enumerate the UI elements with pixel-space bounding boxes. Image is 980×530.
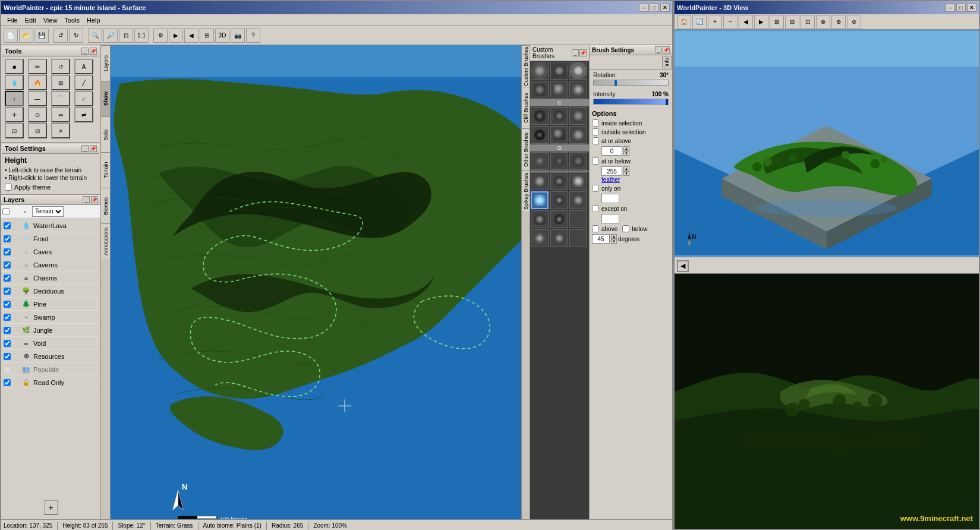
map-area[interactable]: N 100 blocks [111,45,521,519]
brush-8-3[interactable] [569,210,587,228]
brush-settings-minimize-btn[interactable]: _ [655,46,662,53]
deciduous-checkbox[interactable] [4,288,11,295]
toolbar-zoom-in[interactable]: 🔍 [88,29,102,43]
brush-3-1[interactable] [531,107,549,125]
tool-settings-minimize-btn[interactable]: _ [81,145,89,152]
toolbar-import[interactable]: ◀ [184,29,198,43]
brushes-minimize-btn[interactable]: _ [572,49,579,56]
brush-4-1[interactable] [531,126,549,144]
only-on-input[interactable] [601,194,619,203]
brush-9-3[interactable] [569,229,587,247]
at-or-below-input[interactable] [601,166,622,176]
view3d-btn-6[interactable]: ▶ [754,15,768,29]
brush-5-1[interactable] [531,152,549,170]
view3d-btn-9[interactable]: ⊡ [801,15,815,29]
frost-checkbox[interactable] [4,235,11,242]
tool-sel-copy[interactable]: ⊟ [28,123,47,138]
brush-2-1[interactable] [531,81,549,99]
brush-2-2[interactable] [550,81,568,99]
brush-5-2[interactable] [550,152,568,170]
view3d-btn-7[interactable]: ⊞ [770,15,784,29]
caves-checkbox[interactable] [4,248,11,255]
brush-1-3[interactable] [569,62,587,80]
tools-pin-btn[interactable]: 📌 [90,48,97,55]
void-checkbox[interactable] [4,340,11,347]
toolbar-merge[interactable]: ⊞ [200,29,214,43]
toolbar-redo[interactable]: ↻ [69,29,83,43]
tool-line[interactable]: ╱ [74,75,93,90]
jungle-checkbox[interactable] [4,327,11,334]
tool-raise-lower[interactable]: ↕ [5,91,24,106]
toolbar-fit[interactable]: ⊡ [119,29,133,43]
at-or-below-up[interactable]: ▲ [623,166,629,171]
resources-checkbox[interactable] [4,353,11,360]
brush-4-2[interactable] [550,126,568,144]
brush-1-2[interactable] [550,62,568,80]
feather-link[interactable]: feather [601,176,620,183]
at-or-above-down[interactable]: ▼ [623,151,629,156]
tool-mirror[interactable]: ⇌ [74,107,93,122]
tool-flat[interactable]: — [28,91,47,106]
below-checkbox[interactable] [622,225,629,232]
tool-magic-sel[interactable]: ✳ [51,123,70,138]
tool-settings-pin-btn[interactable]: 📌 [90,145,97,152]
brush-6-2[interactable] [550,172,568,190]
brush-6-1[interactable] [531,172,549,190]
at-or-above-checkbox[interactable] [592,137,599,144]
close-button[interactable]: ✕ [660,4,670,12]
outside-selection-checkbox[interactable] [592,128,599,135]
toolbar-new[interactable]: 📄 [4,29,18,43]
rotation-slider[interactable] [593,80,669,86]
tool-move[interactable]: ✛ [5,107,24,122]
water-lava-checkbox[interactable] [4,222,11,229]
brush-9-2[interactable] [550,229,568,247]
other-brushes-tab[interactable]: Other Brushes [522,128,530,170]
except-on-input[interactable] [601,214,619,223]
except-on-checkbox[interactable] [592,205,599,212]
brush-9-1[interactable] [531,229,549,247]
at-or-above-input[interactable] [601,146,622,156]
brush-6-3[interactable] [569,172,587,190]
cliff-brushes-tab[interactable]: Cliff Brushes [522,87,530,128]
layers-pin-btn[interactable]: 📌 [91,196,98,203]
toolbar-export[interactable]: ▶ [169,29,183,43]
toolbar-help[interactable]: ? [246,29,260,43]
degrees-up[interactable]: ▲ [611,234,617,239]
terrain-type-checkbox[interactable] [2,208,10,215]
view3d-btn-1[interactable]: 🏠 [677,15,691,29]
tab-show[interactable]: Show [101,81,110,116]
custom-brushes-tab[interactable]: Custom Brushes [522,45,530,87]
layers-minimize-btn[interactable]: _ [83,196,90,203]
tab-biomes[interactable]: Biomes [101,188,110,223]
inside-selection-checkbox[interactable] [592,119,599,127]
view3d-close-btn[interactable]: ✕ [967,4,976,12]
brush-4-3[interactable] [569,126,587,144]
view3d-minimize-btn[interactable]: – [946,4,955,12]
tool-water[interactable]: 💧 [5,75,24,90]
chasms-checkbox[interactable] [4,275,11,282]
caverns-checkbox[interactable] [4,261,11,269]
readonly-checkbox[interactable] [4,379,11,386]
pine-checkbox[interactable] [4,301,11,308]
maximize-button[interactable]: □ [650,4,659,12]
tool-slope[interactable]: ⟋ [74,91,93,106]
above-checkbox[interactable] [592,225,599,232]
at-or-below-checkbox[interactable] [592,157,599,165]
brush-1-1[interactable] [531,62,549,80]
brush-7-2[interactable] [550,191,568,209]
tool-brush[interactable]: ■ [5,59,24,74]
tool-rect[interactable]: ⊞ [51,75,70,90]
tool-sel-rect[interactable]: ⊡ [5,123,24,138]
at-or-above-up[interactable]: ▲ [623,146,629,151]
toolbar-screenshot[interactable]: 📷 [231,29,245,43]
toolbar-zoom-out[interactable]: 🔎 [103,29,118,43]
brush-2-3[interactable] [569,81,587,99]
spikey-brushes-tab[interactable]: Spikey Brushes [522,170,530,212]
swamp-checkbox[interactable] [4,314,11,321]
add-layer-button[interactable]: + [44,500,58,515]
menu-file[interactable]: File [4,15,21,25]
toolbar-view3d[interactable]: 3D [215,29,229,43]
view3d-btn-12[interactable]: ⊘ [847,15,861,29]
menu-edit[interactable]: Edit [21,15,40,25]
view3d-btn-3[interactable]: + [708,15,722,29]
